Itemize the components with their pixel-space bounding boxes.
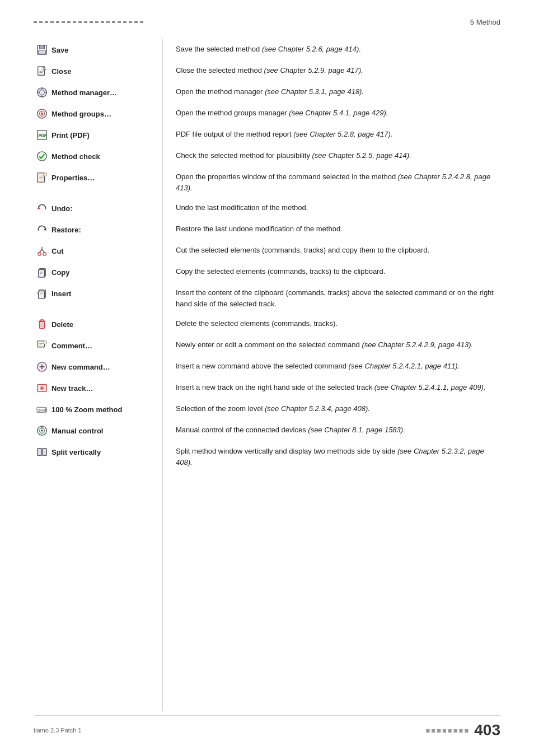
item-description: Insert a new command above the selected … [176,361,498,372]
item-description: Copy the selected elements (commands, tr… [176,266,498,277]
save-icon [36,44,48,56]
method-manager-icon [36,86,48,99]
item-label-cell: Restore: [34,219,162,240]
check-icon [36,150,48,162]
item-label-text: Copy [51,268,70,277]
item-label-cell: Manual control [34,420,162,441]
item-label-text: Method groups… [51,110,111,118]
item-label: Copy [36,266,151,278]
item-label: New track… [36,382,151,394]
svg-rect-36 [39,291,45,298]
table-row: 100% 100 % Zoom methodSelection of the z… [34,399,500,420]
item-description: Selection of the zoom level (see Chapter… [176,403,498,414]
item-label-text: Method manager… [51,88,117,97]
item-label-cell: New command… [34,356,162,377]
item-label: Delete [36,318,151,330]
table-row: Manual controlManual control of the conn… [34,420,500,441]
item-label: Split vertically [36,446,151,458]
comment-icon [36,339,48,352]
item-description: Check the selected method for plausibili… [176,150,498,161]
svg-rect-3 [44,46,45,49]
svg-line-29 [42,249,45,252]
item-description-cell: Split method window vertically and displ… [162,441,500,472]
table-row: CopyCopy the selected elements (commands… [34,262,500,283]
svg-point-26 [38,253,41,255]
footer-dots: ■■■■■■■■ [425,726,470,735]
item-label: Comment… [36,339,151,352]
pdf-icon: PDF [36,129,48,141]
item-label-cell: Split vertically [34,441,162,472]
item-description: Close the selected method (see Chapter 5… [176,65,498,76]
item-label-cell: Method check [34,146,162,167]
item-description: Newly enter or edit a comment on the sel… [176,339,498,351]
item-label-cell: Undo: [34,198,162,219]
copy-icon [36,266,48,278]
svg-line-28 [39,249,42,252]
item-description: Manual control of the connected devices … [176,424,498,436]
item-description-cell: Insert a new track on the right hand sid… [162,377,500,399]
svg-rect-15 [41,113,43,115]
table-row: New command…Insert a new command above t… [34,356,500,377]
table-row: Comment…Newly enter or edit a comment on… [34,335,500,356]
manual-control-icon [36,424,48,437]
item-description: Undo the last modification of the method… [176,202,498,213]
svg-text:PDF: PDF [39,133,47,138]
table-row: DeleteDelete the selected elements (comm… [34,314,500,335]
svg-rect-39 [39,321,44,328]
table-row: Restore:Restore the last undone modifica… [34,219,500,240]
method-groups-icon [36,108,48,120]
item-description-cell: Undo the last modification of the method… [162,198,500,219]
item-label: 100% 100 % Zoom method [36,403,151,416]
item-label-cell: Method manager… [34,82,162,103]
item-label-cell: Delete [34,314,162,335]
item-label-text: 100 % Zoom method [51,405,122,414]
item-label-cell: 100% 100 % Zoom method [34,399,162,420]
svg-rect-2 [39,50,46,54]
zoom-icon: 100% [36,403,48,416]
main-content: SaveSave the selected method (see Chapte… [34,39,500,711]
item-label-cell: Method groups… [34,103,162,124]
item-description-cell: Copy the selected elements (commands, tr… [162,262,500,283]
table-row: Properties…Open the properties window of… [34,167,500,198]
item-description-cell: Restore the last undone modification of … [162,219,500,240]
footer: tiamo 2.3 Patch 1 ■■■■■■■■ 403 [34,715,500,739]
item-description-cell: Manual control of the connected devices … [162,420,500,441]
item-description-cell: Open the method manager (see Chapter 5.3… [162,82,500,103]
item-description: Open the method groups manager (see Chap… [176,108,498,119]
item-label-cell: Cut [34,240,162,262]
table-row: InsertInsert the content of the clipboar… [34,283,500,314]
close-doc-icon [36,65,48,77]
page-number: 403 [474,721,500,739]
footer-right: ■■■■■■■■ 403 [425,721,500,739]
item-description-cell: Cut the selected elements (commands, tra… [162,240,500,262]
top-decorative-line [34,21,146,23]
item-label-cell: PDF Print (PDF) [34,124,162,146]
item-label: Properties… [36,171,151,184]
properties-icon [36,171,48,184]
item-description-cell: PDF file output of the method report (se… [162,124,500,146]
item-label-text: Close [51,67,71,76]
item-description-cell: Insert a new command above the selected … [162,356,500,377]
insert-icon [36,287,48,300]
item-label-text: New track… [51,384,93,393]
item-description-cell: Delete the selected elements (commands, … [162,314,500,335]
item-description: Open the properties window of the comman… [176,171,498,193]
svg-rect-20 [44,173,46,176]
item-description-cell: Open the properties window of the comman… [162,167,500,198]
item-label-text: Save [51,46,68,54]
item-description: Insert a new track on the right hand sid… [176,382,498,393]
item-label-text: Manual control [51,427,103,435]
svg-point-27 [43,253,46,255]
item-label: Restore: [36,223,151,236]
item-label: Close [36,65,151,77]
item-label-cell: Comment… [34,335,162,356]
item-description: Insert the content of the clipboard (com… [176,287,498,309]
table-row: Method groups…Open the method groups man… [34,103,500,124]
svg-rect-64 [43,449,46,456]
table-row: CloseClose the selected method (see Chap… [34,60,500,82]
table-row: CutCut the selected elements (commands, … [34,240,500,262]
new-command-icon [36,361,48,373]
item-label: Insert [36,287,151,300]
item-description-cell: Check the selected method for plausibili… [162,146,500,167]
table-row: Method manager…Open the method manager (… [34,82,500,103]
